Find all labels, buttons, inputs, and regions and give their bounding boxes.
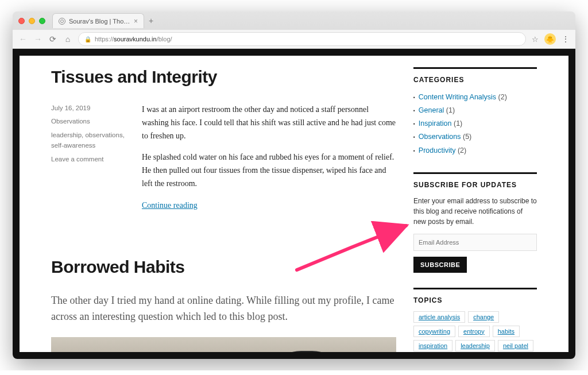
reload-button[interactable]: ⟳	[48, 34, 57, 44]
post-excerpt: The other day I tried my hand at online …	[51, 293, 396, 325]
categories-widget: CATEGORIES Content Writing Analysis (2)G…	[413, 67, 537, 157]
maximize-window-icon[interactable]	[39, 18, 45, 24]
forward-button[interactable]: →	[33, 34, 42, 44]
topic-tag[interactable]: leadership	[455, 340, 495, 351]
browser-tab[interactable]: Sourav's Blog | Thoughts of a... ×	[52, 13, 144, 28]
category-link[interactable]: General	[419, 106, 444, 114]
widget-title: SUBSCRIBE FOR UPDATES	[413, 172, 537, 189]
home-button[interactable]: ⌂	[63, 34, 72, 44]
topic-tag[interactable]: habits	[493, 326, 520, 337]
page-content: Tissues and Integrity July 16, 2019 Obse…	[20, 56, 568, 352]
browser-window: Sourav's Blog | Thoughts of a... × + ← →…	[13, 11, 575, 359]
category-item: Productivity (2)	[413, 144, 537, 157]
widget-title: TOPICS	[413, 288, 537, 304]
continue-reading-link[interactable]: Continue reading	[142, 201, 198, 210]
bookmark-icon[interactable]: ☆	[532, 35, 539, 44]
favicon-icon	[59, 18, 65, 25]
address-bar-row: ← → ⟳ ⌂ 🔒 https://souravkundu.in/blog/ ☆…	[13, 30, 575, 48]
menu-icon[interactable]: ⋮	[562, 34, 570, 44]
topics-widget: TOPICS article analysischangecopywriting…	[413, 288, 537, 352]
category-link[interactable]: Observations	[419, 133, 461, 141]
close-window-icon[interactable]	[18, 18, 25, 24]
category-link[interactable]: Productivity	[419, 146, 456, 154]
tab-title: Sourav's Blog | Thoughts of a...	[69, 18, 130, 25]
subscribe-widget: SUBSCRIBE FOR UPDATES Enter your email a…	[413, 172, 537, 273]
post-title[interactable]: Borrowed Habits	[51, 257, 396, 277]
address-bar[interactable]: 🔒 https://souravkundu.in/blog/	[78, 32, 526, 46]
tag-cloud: article analysischangecopywritingentropy…	[413, 311, 537, 352]
window-controls	[18, 18, 45, 24]
minimize-window-icon[interactable]	[29, 18, 35, 24]
category-count: (2)	[496, 93, 507, 101]
tab-bar: Sourav's Blog | Thoughts of a... × +	[13, 11, 575, 30]
post-paragraph: I was at an airport restroom the other d…	[142, 103, 396, 142]
post-borrowed-habits: Borrowed Habits The other day I tried my…	[51, 257, 396, 352]
subscribe-button[interactable]: SUBSCRIBE	[413, 257, 467, 273]
topic-tag[interactable]: copywriting	[413, 326, 455, 337]
post-date: July 16, 2019	[51, 103, 131, 113]
category-item: Observations (5)	[413, 130, 537, 144]
category-count: (1)	[444, 106, 455, 114]
category-link[interactable]: Content Writing Analysis	[419, 93, 496, 101]
browser-chrome: Sourav's Blog | Thoughts of a... × + ← →…	[13, 11, 575, 49]
email-input[interactable]	[413, 234, 537, 251]
topic-tag[interactable]: entropy	[458, 326, 490, 337]
close-tab-icon[interactable]: ×	[134, 18, 138, 25]
topic-tag[interactable]: inspiration	[413, 340, 452, 351]
category-item: Content Writing Analysis (2)	[413, 91, 537, 104]
category-item: Inspiration (1)	[413, 117, 537, 130]
new-tab-button[interactable]: +	[149, 16, 153, 25]
back-button[interactable]: ←	[18, 34, 28, 44]
leave-comment-link[interactable]: Leave a comment	[51, 156, 103, 163]
post-title[interactable]: Tissues and Integrity	[51, 67, 396, 87]
profile-avatar-icon[interactable]: 🐥	[544, 33, 556, 45]
post-content: I was at an airport restroom the other d…	[142, 103, 396, 220]
topic-tag[interactable]: article analysis	[413, 311, 465, 323]
topic-tag[interactable]: change	[468, 311, 499, 323]
subscribe-description: Enter your email address to subscribe to…	[413, 196, 537, 227]
categories-list: Content Writing Analysis (2)General (1)I…	[413, 91, 537, 157]
category-count: (2)	[455, 146, 466, 154]
post-meta: July 16, 2019 Observations leadership, o…	[51, 103, 131, 220]
widget-title: CATEGORIES	[413, 67, 537, 84]
main-column: Tissues and Integrity July 16, 2019 Obse…	[51, 67, 396, 341]
category-link[interactable]: Inspiration	[419, 119, 452, 127]
sidebar: CATEGORIES Content Writing Analysis (2)G…	[413, 67, 537, 341]
post-tissues-integrity: Tissues and Integrity July 16, 2019 Obse…	[51, 67, 396, 220]
page-viewport: Tissues and Integrity July 16, 2019 Obse…	[13, 49, 575, 359]
category-count: (5)	[461, 133, 472, 141]
post-paragraph: He splashed cold water on his face and r…	[142, 150, 396, 190]
category-count: (1)	[452, 119, 463, 127]
post-tags: leadership, observations, self-awareness	[51, 130, 131, 151]
lock-icon: 🔒	[84, 36, 91, 42]
category-item: General (1)	[413, 104, 537, 117]
post-category-link[interactable]: Observations	[51, 118, 90, 125]
url-text: https://souravkundu.in/blog/	[95, 36, 172, 42]
topic-tag[interactable]: neil patel	[498, 340, 533, 351]
featured-image[interactable]	[51, 337, 396, 352]
